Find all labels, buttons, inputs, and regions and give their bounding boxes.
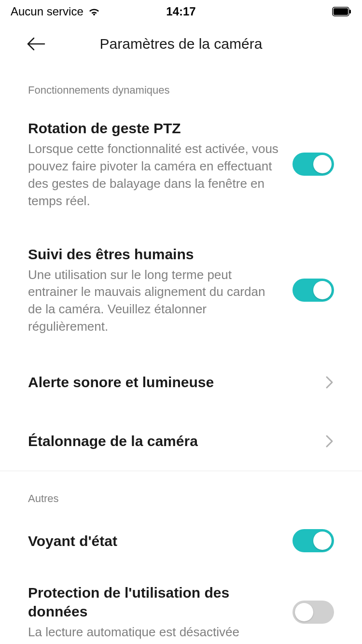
navigation-bar: Paramètres de la caméra <box>0 21 362 63</box>
human-tracking-title: Suivi des êtres humains <box>28 245 279 264</box>
chevron-right-icon <box>325 434 334 448</box>
wifi-icon <box>88 6 100 17</box>
arrow-left-icon <box>27 37 45 51</box>
link-sound-light-alert[interactable]: Alerte sonore et lumineuse <box>28 353 334 412</box>
setting-data-protection: Protection de l'utilisation des données … <box>28 565 334 644</box>
svg-rect-2 <box>349 10 351 14</box>
sound-light-alert-title: Alerte sonore et lumineuse <box>28 374 214 391</box>
status-bar: Aucun service 14:17 <box>0 0 362 21</box>
clock-time: 14:17 <box>166 5 195 18</box>
back-button[interactable] <box>27 35 45 53</box>
chevron-right-icon <box>325 376 334 389</box>
data-protection-title: Protection de l'utilisation des données <box>28 583 279 621</box>
ptz-rotation-title: Rotation de geste PTZ <box>28 119 279 138</box>
ptz-rotation-toggle[interactable] <box>292 153 334 176</box>
section-header-other: Autres <box>28 471 334 510</box>
data-protection-desc: La lecture automatique est désactivée <box>28 624 279 641</box>
link-camera-calibration[interactable]: Étalonnage de la caméra <box>28 412 334 471</box>
human-tracking-toggle[interactable] <box>292 279 334 302</box>
status-light-toggle[interactable] <box>292 529 334 552</box>
setting-human-tracking: Suivi des êtres humains Une utilisation … <box>28 227 334 353</box>
setting-ptz-rotation: Rotation de geste PTZ Lorsque cette fonc… <box>28 101 334 227</box>
page-title: Paramètres de la caméra <box>100 36 263 52</box>
human-tracking-desc: Une utilisation sur le long terme peut e… <box>28 266 279 336</box>
service-status: Aucun service <box>11 5 84 18</box>
data-protection-toggle[interactable] <box>292 601 334 624</box>
section-header-dynamic: Fonctionnements dynamiques <box>28 63 334 101</box>
camera-calibration-title: Étalonnage de la caméra <box>28 433 198 449</box>
setting-status-light: Voyant d'état <box>28 510 334 565</box>
ptz-rotation-desc: Lorsque cette fonctionnalité est activée… <box>28 140 279 210</box>
battery-icon <box>332 7 351 16</box>
svg-rect-1 <box>334 8 348 15</box>
status-light-title: Voyant d'état <box>28 532 279 550</box>
